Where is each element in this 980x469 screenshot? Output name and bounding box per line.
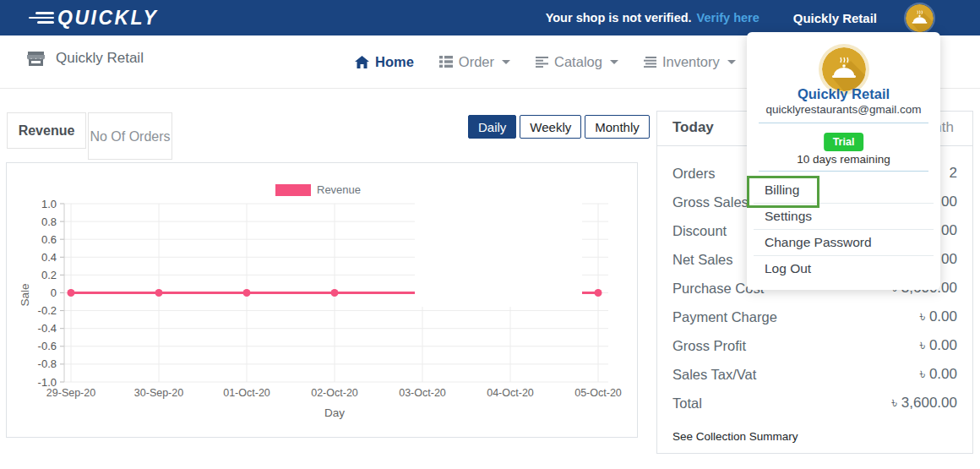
row-label: Gross Sales: [672, 194, 749, 210]
monthly-button[interactable]: Monthly: [585, 115, 650, 139]
row-value: ৳ 0.00: [920, 308, 957, 325]
dropdown-shop-name[interactable]: Quickly Retail: [747, 86, 940, 102]
home-icon: [355, 56, 369, 68]
legend-label: Revenue: [317, 183, 361, 196]
menu-item-log-out[interactable]: Log Out: [747, 256, 940, 281]
nav-item-label: Home: [375, 54, 414, 70]
row-label: Payment Charge: [672, 309, 777, 325]
verify-notice: Your shop is not verified. Verify here: [546, 11, 760, 25]
chevron-down-icon: [727, 60, 736, 64]
svg-text:0: 0: [51, 286, 57, 299]
align-lines-icon: [536, 57, 548, 68]
brand-label: Quickly Retail: [56, 50, 144, 67]
chart-legend: Revenue: [275, 183, 361, 196]
summary-row-sales-tax: Sales Tax/Vat৳ 0.00: [672, 360, 957, 389]
tab-orders-label: No Of Orders: [90, 127, 170, 146]
svg-text:-0.8: -0.8: [38, 357, 57, 370]
tab-revenue[interactable]: Revenue: [7, 112, 86, 149]
dropdown-email: quicklyrestaurants@gmail.com: [747, 103, 940, 116]
svg-text:-0.4: -0.4: [38, 322, 57, 335]
svg-text:01-Oct-20: 01-Oct-20: [223, 387, 270, 399]
user-avatar[interactable]: [906, 4, 934, 32]
dropdown-menu: Billing Settings Change Password Log Out: [747, 177, 940, 281]
list-grid-icon: [439, 56, 453, 68]
svg-text:Day: Day: [324, 406, 345, 419]
svg-text:05-Oct-20: 05-Oct-20: [574, 387, 622, 399]
nav-item-order[interactable]: Order: [439, 54, 510, 70]
svg-text:0.4: 0.4: [41, 251, 57, 264]
top-navbar: QUICKLY Your shop is not verified. Verif…: [0, 0, 980, 35]
row-label: Net Sales: [672, 252, 733, 268]
nav-item-catalog[interactable]: Catalog: [536, 54, 618, 70]
svg-text:-0.6: -0.6: [38, 340, 57, 352]
trial-days-remaining: 10 days remaining: [747, 153, 940, 166]
see-collection-summary-link[interactable]: See Collection Summary: [672, 430, 798, 443]
svg-text:0.6: 0.6: [41, 233, 57, 246]
chevron-down-icon: [610, 60, 618, 64]
nav-item-label: Order: [459, 54, 494, 70]
tab-today[interactable]: Today: [672, 119, 714, 136]
svg-text:30-Sep-20: 30-Sep-20: [134, 387, 183, 399]
shop-brand[interactable]: Quickly Retail: [27, 50, 144, 67]
svg-text:04-Oct-20: 04-Oct-20: [487, 387, 534, 399]
profile-dropdown: Quickly Retail quicklyrestaurants@gmail.…: [747, 32, 940, 290]
speed-lines-icon: [25, 12, 54, 24]
tab-revenue-label: Revenue: [19, 123, 75, 139]
revenue-chart-card: 1.00.80.60.40.20-0.2-0.4-0.6-0.8-1.029-S…: [6, 162, 638, 438]
legend-swatch: [275, 184, 311, 196]
row-value: ৳ 0.00: [920, 366, 957, 383]
dropdown-divider: [759, 123, 928, 123]
trial-badge: Trial: [824, 133, 864, 151]
svg-text:Sale: Sale: [19, 283, 31, 306]
profile-avatar: [822, 47, 866, 91]
monthly-label: Monthly: [595, 120, 640, 134]
align-lines-icon: [644, 57, 656, 68]
quickly-logo[interactable]: QUICKLY: [25, 7, 158, 30]
row-value: ৳ 0.00: [920, 337, 957, 354]
menu-item-billing[interactable]: Billing: [747, 177, 940, 203]
period-button-group: Daily Weekly Monthly: [468, 115, 650, 139]
svg-text:1.0: 1.0: [41, 198, 57, 210]
topbar-right: Your shop is not verified. Verify here Q…: [546, 0, 934, 35]
svg-text:0.2: 0.2: [41, 269, 57, 281]
tab-no-of-orders[interactable]: No Of Orders: [88, 112, 172, 160]
store-icon: [27, 51, 45, 67]
row-label: Total: [672, 395, 702, 412]
nav-item-label: Inventory: [662, 54, 720, 70]
svg-text:-0.2: -0.2: [38, 304, 57, 317]
row-value: 2: [950, 165, 957, 182]
summary-row-gross-profit: Gross Profit৳ 0.00: [672, 331, 957, 360]
summary-row-payment-charge: Payment Charge৳ 0.00: [672, 303, 957, 331]
nav-item-label: Catalog: [554, 54, 602, 70]
app-root: QUICKLY Your shop is not verified. Verif…: [0, 0, 980, 469]
main-menu: Home Order Catalog Inventory: [355, 35, 792, 88]
svg-text:03-Oct-20: 03-Oct-20: [399, 387, 446, 399]
row-value: ৳ 3,600.00: [892, 395, 957, 412]
menu-item-change-password[interactable]: Change Password: [747, 230, 940, 255]
topbar-shop-name: Quickly Retail: [793, 11, 877, 25]
logo-text: QUICKLY: [57, 7, 158, 30]
row-label: Orders: [672, 166, 715, 182]
daily-label: Daily: [478, 120, 506, 134]
verify-here-link[interactable]: Verify here: [697, 11, 760, 25]
daily-button[interactable]: Daily: [468, 115, 516, 139]
weekly-button[interactable]: Weekly: [520, 115, 581, 139]
menu-item-settings[interactable]: Settings: [747, 204, 940, 229]
nav-item-inventory[interactable]: Inventory: [644, 54, 736, 70]
chevron-down-icon: [502, 60, 510, 64]
summary-row-total: Total৳ 3,600.00: [672, 389, 957, 417]
svg-text:29-Sep-20: 29-Sep-20: [46, 387, 95, 399]
row-label: Gross Profit: [672, 338, 746, 354]
weekly-label: Weekly: [530, 120, 571, 134]
nav-item-home[interactable]: Home: [355, 54, 414, 70]
verify-message: Your shop is not verified.: [546, 11, 692, 25]
row-label: Sales Tax/Vat: [672, 367, 756, 383]
svg-text:02-Oct-20: 02-Oct-20: [311, 387, 358, 399]
dropdown-divider: [759, 171, 928, 172]
revenue-line-chart: 1.00.80.60.40.20-0.2-0.4-0.6-0.8-1.029-S…: [7, 163, 637, 437]
svg-text:0.8: 0.8: [41, 215, 57, 228]
row-label: Discount: [672, 223, 727, 239]
